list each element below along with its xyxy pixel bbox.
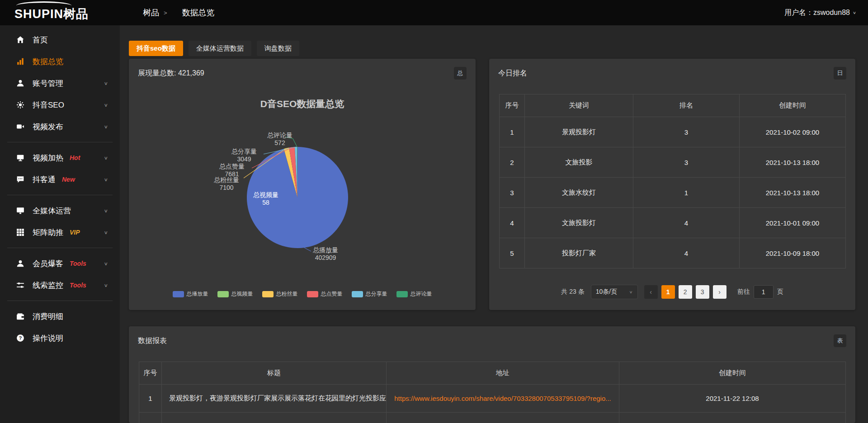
sidebar-item-badge: New (62, 176, 75, 183)
pie-chart-svg (129, 88, 476, 300)
fullscreen-icon[interactable] (766, 8, 775, 17)
user-label: 用户名：zswodun88 (784, 8, 850, 18)
sidebar-item-clue-monitor[interactable]: 线索监控Tools∨ (0, 274, 120, 296)
top-bar: SHUPIN树品 树品 > 数据总览 用户名：zswodun88 ∨ (0, 0, 868, 25)
ranking-cell: 1 (500, 117, 525, 147)
sidebar-item-label: 抖客通 (33, 174, 56, 185)
sidebar-item-media-ops[interactable]: 全媒体运营∨ (0, 200, 120, 221)
monitor-icon (16, 207, 25, 215)
ranking-cell: 2 (500, 147, 525, 178)
user-menu[interactable]: 用户名：zswodun88 ∨ (784, 8, 856, 18)
sidebar-divider (7, 142, 113, 142)
ranking-cell: 3 (633, 147, 740, 178)
report-badge-button[interactable]: 表 (834, 334, 846, 347)
ranking-cell: 文旅投影 (525, 147, 633, 178)
legend-label: 总评论量 (410, 290, 432, 298)
ranking-column-header: 序号 (500, 94, 525, 117)
question-icon: ? (16, 334, 25, 342)
legend-item-3[interactable]: 总点赞量 (307, 290, 343, 298)
report-cell-url (387, 413, 619, 423)
tab-2[interactable]: 询盘数据 (257, 41, 299, 56)
legend-item-5[interactable]: 总评论量 (396, 290, 432, 298)
legend-item-1[interactable]: 总视频量 (217, 290, 253, 298)
sidebar-item-douyin-seo[interactable]: 抖音SEO∨ (0, 94, 120, 116)
report-cell-title: 景观投影灯，夜游景观投影灯厂家展示展示落花灯在花园里的灯光投影应用效果 # (162, 385, 387, 413)
ranking-cell: 1 (633, 178, 740, 208)
dashboard-icon (132, 9, 140, 16)
overview-total-value: 421,369 (178, 69, 204, 77)
ranking-table: 序号关键词排名创建时间 1景观投影灯32021-10-02 09:002文旅投影… (499, 94, 846, 268)
breadcrumb-current[interactable]: 数据总览 (172, 7, 215, 18)
sidebar-item-label: 抖音SEO (33, 100, 64, 110)
ranking-cell: 4 (500, 208, 525, 238)
sidebar-item-matrix-boost[interactable]: 矩阵助推VIP∨ (0, 221, 120, 243)
report-column-header: 标题 (162, 362, 387, 385)
sidebar-item-data-overview[interactable]: 数据总览 (0, 51, 120, 72)
ranking-cell: 文旅投影灯 (525, 208, 633, 238)
chat-icon (16, 175, 25, 183)
chevron-down-icon: ∨ (104, 177, 108, 182)
page-size-select[interactable]: 10条/页 ∨ (591, 285, 638, 299)
breadcrumb-current-label: 数据总览 (182, 7, 215, 18)
sidebar-item-member-baoke[interactable]: 会员爆客Tools∨ (0, 253, 120, 274)
sidebar-item-account[interactable]: 账号管理∨ (0, 72, 120, 94)
sidebar-item-video-publish[interactable]: 视频发布∨ (0, 116, 120, 137)
sidebar-item-help[interactable]: ?操作说明 (0, 327, 120, 349)
sidebar-item-badge: Hot (70, 154, 80, 161)
overview-total: 展现量总数: 421,369 (138, 69, 204, 78)
sidebar-item-label: 矩阵助推 (33, 227, 63, 238)
home-icon (16, 36, 25, 44)
sidebar-item-badge: Tools (70, 260, 86, 267)
sidebar-item-label: 线索监控 (33, 280, 63, 291)
ranking-row: 4文旅投影灯42021-10-01 09:00 (500, 208, 846, 238)
overview-panel: 展现量总数: 421,369 总 D音SEO数据量总览 总播放量402909总视… (129, 59, 476, 310)
breadcrumb-root[interactable]: 树品 (132, 7, 159, 18)
ranking-badge-button[interactable]: 日 (834, 67, 846, 80)
app-logo[interactable]: SHUPIN树品 (14, 0, 118, 25)
tab-0[interactable]: 抖音seo数据 (129, 41, 183, 56)
tab-1[interactable]: 全媒体运营数据 (189, 41, 251, 56)
sidebar-item-label: 首页 (33, 35, 48, 45)
report-column-header: 序号 (139, 362, 162, 385)
report-cell-url: https://www.iesdouyin.com/share/video/70… (387, 385, 619, 413)
bars-icon (16, 57, 25, 66)
pie-label-5: 总评论量572 (267, 132, 292, 147)
report-table: 序号标题地址创建时间 1景观投影灯，夜游景观投影灯厂家展示展示落花灯在花园里的灯… (139, 362, 846, 423)
ranking-column-header: 关键词 (525, 94, 633, 117)
legend-swatch (217, 291, 229, 297)
sidebar-item-consume-detail[interactable]: 消费明细 (0, 306, 120, 327)
sidebar-item-video-heat[interactable]: 视频加热Hot∨ (0, 147, 120, 169)
page-button-3[interactable]: 3 (696, 285, 709, 299)
page-button-2[interactable]: 2 (679, 285, 692, 299)
chevron-down-icon: ∨ (104, 124, 108, 129)
ranking-row: 3文旅水纹灯12021-10-13 18:00 (500, 178, 846, 208)
ranking-row: 1景观投影灯32021-10-02 09:00 (500, 117, 846, 147)
sidebar-item-home[interactable]: 首页 (0, 29, 120, 51)
goto-unit: 页 (777, 288, 783, 296)
breadcrumb: 树品 > 数据总览 (132, 0, 215, 25)
sidebar-divider (7, 248, 113, 248)
pie-label-3: 总点赞量7681 (219, 163, 245, 178)
legend-item-4[interactable]: 总分享量 (352, 290, 387, 298)
sliders-icon (16, 281, 25, 289)
pie-label-1: 总视频量58 (253, 191, 278, 207)
page-button-1[interactable]: 1 (661, 285, 675, 299)
legend-item-0[interactable]: 总播放量 (173, 290, 208, 298)
goto-page-input[interactable] (754, 285, 774, 299)
video-link[interactable]: https://www.iesdouyin.com/share/video/70… (394, 395, 611, 402)
report-cell-time: 2021-11-22 12:08 (619, 385, 846, 413)
chevron-down-icon: ∨ (104, 230, 108, 235)
legend-item-2[interactable]: 总粉丝量 (262, 290, 298, 298)
wallet-icon (16, 312, 25, 320)
ranking-header-row: 序号关键词排名创建时间 (500, 94, 846, 117)
sidebar-item-douketong[interactable]: 抖客通New∨ (0, 169, 120, 190)
next-page-button[interactable]: › (713, 285, 726, 299)
overview-badge-button[interactable]: 总 (454, 67, 467, 80)
legend-label: 总视频量 (231, 290, 253, 298)
prev-page-button[interactable]: ‹ (644, 285, 658, 299)
bar-chart-icon (172, 9, 179, 16)
report-cell-title (162, 413, 387, 423)
chevron-down-icon: ∨ (104, 80, 108, 86)
svg-text:?: ? (19, 335, 22, 341)
video-icon (16, 122, 25, 131)
